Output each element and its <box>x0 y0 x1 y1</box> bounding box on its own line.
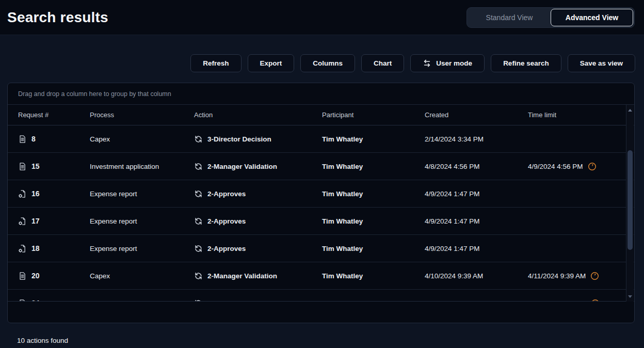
table-row[interactable]: 8 Capex 3-Director Decision Tim Whatley … <box>8 125 634 153</box>
participant-cell: Tim Whatley <box>322 272 425 280</box>
refresh-button-label: Refresh <box>203 59 229 67</box>
scrollbar-thumb[interactable] <box>627 150 633 250</box>
request-number: 18 <box>31 244 40 252</box>
columns-button[interactable]: Columns <box>300 54 355 72</box>
action-name: 2-Level 1 support handles the <box>207 299 306 302</box>
chart-button-label: Chart <box>374 59 392 67</box>
table-row[interactable]: 24 Software helpdesk 2-Level 1 support h… <box>8 290 634 302</box>
export-button[interactable]: Export <box>248 54 295 72</box>
process-cell: Investment application <box>90 163 194 170</box>
advanced-view-button[interactable]: Advanced View <box>551 9 633 26</box>
participant-name: Tim Whatley <box>322 217 363 225</box>
sync-arrows-icon <box>194 189 203 198</box>
request-number: 17 <box>31 217 40 225</box>
scroll-up-arrow-icon[interactable] <box>626 106 634 114</box>
participant-cell: Tim Whatley <box>322 245 425 252</box>
request-number-cell: 24 <box>18 299 90 302</box>
participant-name: Tim Whatley <box>322 299 363 302</box>
table-body: 8 Capex 3-Director Decision Tim Whatley … <box>8 125 634 302</box>
request-number-cell: 8 <box>18 135 90 144</box>
column-header-request[interactable]: Request # <box>18 111 90 119</box>
table-row[interactable]: 20 Capex 2-Manager Validation Tim Whatle… <box>8 262 634 290</box>
process-cell: Expense report <box>90 245 194 252</box>
table-row[interactable]: 16 Expense report 2-Approves Tim Whatley… <box>8 180 634 208</box>
group-by-dropzone[interactable]: Drag and drop a column here to group by … <box>8 83 634 105</box>
action-cell: 2-Approves <box>194 217 322 226</box>
time-limit-datetime: 5/20/2024 5:00 AM <box>528 299 586 302</box>
process-name: Expense report <box>90 217 137 225</box>
results-count: 10 actions found <box>0 323 644 344</box>
process-cell: Capex <box>90 272 194 280</box>
created-cell: 4/9/2024 1:47 PM <box>425 190 528 198</box>
time-limit-datetime: 4/11/2024 9:39 AM <box>528 272 586 280</box>
sync-arrows-icon <box>194 272 203 280</box>
column-header-participant[interactable]: Participant <box>322 111 425 119</box>
document-icon <box>18 162 27 171</box>
action-name: 2-Manager Validation <box>207 272 277 280</box>
action-name: 2-Approves <box>207 190 246 198</box>
time-limit-cell: 4/9/2024 4:56 PM <box>528 162 634 171</box>
request-number: 16 <box>31 189 40 198</box>
participant-cell: Tim Whatley <box>322 163 425 170</box>
action-name: 2-Approves <box>207 245 246 252</box>
process-name: Software helpdesk <box>90 299 147 302</box>
request-number-cell: 15 <box>18 162 90 171</box>
process-name: Expense report <box>90 190 137 198</box>
column-header-action[interactable]: Action <box>194 111 322 119</box>
document-icon <box>18 299 27 302</box>
created-cell: 2/14/2024 3:34 PM <box>425 135 528 143</box>
participant-cell: Tim Whatley <box>322 299 425 302</box>
sync-arrows-icon <box>194 299 203 302</box>
request-number-cell: 20 <box>18 272 90 280</box>
created-cell: 4/8/2024 4:56 PM <box>425 163 528 170</box>
save-as-view-button-label: Save as view <box>580 59 623 67</box>
process-name: Expense report <box>90 245 137 252</box>
process-cell: Expense report <box>90 190 194 198</box>
action-name: 2-Manager Validation <box>207 163 277 170</box>
gear-document-icon <box>18 217 27 226</box>
sync-arrows-icon <box>194 135 203 144</box>
columns-button-label: Columns <box>313 59 343 67</box>
action-name: 2-Approves <box>207 217 246 225</box>
participant-name: Tim Whatley <box>322 272 363 280</box>
toolbar: Refresh Export Columns Chart User mode R… <box>0 35 644 72</box>
column-header-created[interactable]: Created <box>425 111 528 119</box>
process-cell: Expense report <box>90 217 194 225</box>
clock-icon <box>590 272 599 280</box>
vertical-scrollbar[interactable] <box>626 105 634 302</box>
action-cell: 2-Manager Validation <box>194 272 322 280</box>
created-datetime: 4/9/2024 1:47 PM <box>425 245 480 252</box>
time-limit-cell: 4/11/2024 9:39 AM <box>528 272 634 280</box>
table-row[interactable]: 15 Investment application 2-Manager Vali… <box>8 153 634 180</box>
action-cell: 2-Approves <box>194 189 322 198</box>
gear-document-icon <box>18 189 27 198</box>
view-toggle: Standard View Advanced View <box>466 7 635 28</box>
document-icon <box>18 272 27 280</box>
save-as-view-button[interactable]: Save as view <box>568 54 635 72</box>
column-header-time-limit[interactable]: Time limit <box>528 111 626 119</box>
created-cell: 4/9/2024 1:47 PM <box>425 245 528 252</box>
action-cell: 2-Level 1 support handles the <box>194 299 322 302</box>
refresh-button[interactable]: Refresh <box>190 54 241 72</box>
clock-icon <box>591 299 600 302</box>
sync-arrows-icon <box>194 162 203 171</box>
action-name: 3-Director Decision <box>207 135 271 143</box>
table-row[interactable]: 18 Expense report 2-Approves Tim Whatley… <box>8 235 634 262</box>
request-number-cell: 17 <box>18 217 90 226</box>
table-row[interactable]: 17 Expense report 2-Approves Tim Whatley… <box>8 208 634 235</box>
participant-name: Tim Whatley <box>322 135 363 143</box>
request-number: 24 <box>31 299 40 302</box>
action-cell: 2-Manager Validation <box>194 162 322 171</box>
user-mode-button[interactable]: User mode <box>410 54 485 72</box>
column-header-process[interactable]: Process <box>90 111 194 119</box>
chart-button[interactable]: Chart <box>361 54 404 72</box>
refine-search-button[interactable]: Refine search <box>491 54 561 72</box>
created-datetime: 2/14/2024 3:34 PM <box>425 135 484 143</box>
standard-view-button[interactable]: Standard View <box>468 9 551 26</box>
request-number-cell: 18 <box>18 244 90 253</box>
created-datetime: 4/9/2024 1:47 PM <box>425 217 480 225</box>
scroll-down-arrow-icon[interactable] <box>626 292 634 300</box>
action-cell: 3-Director Decision <box>194 135 322 144</box>
request-number: 15 <box>31 162 40 170</box>
participant-name: Tim Whatley <box>322 245 363 252</box>
